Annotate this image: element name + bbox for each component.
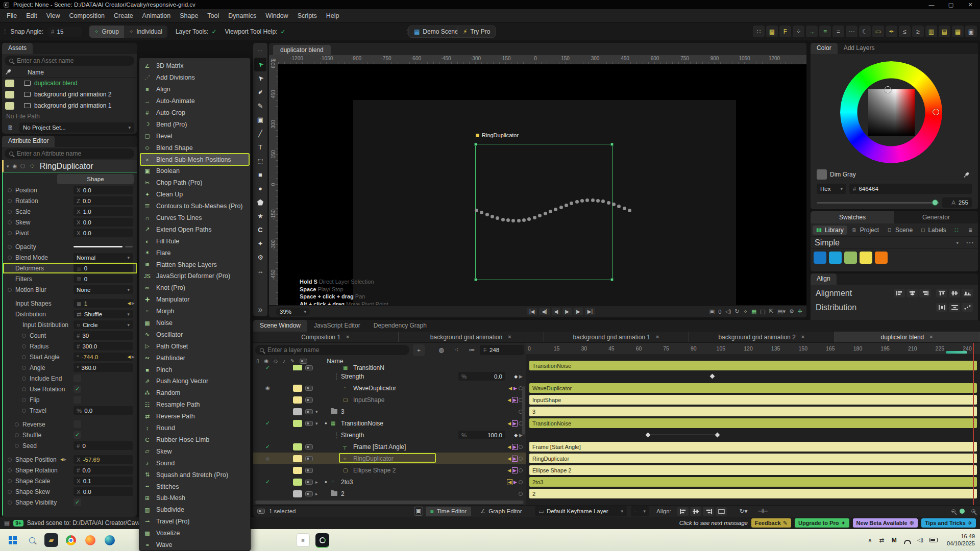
layer-tools-check-icon[interactable]: ✓ <box>211 28 216 35</box>
layer-row[interactable]: ▸ 2 <box>253 488 526 499</box>
render-cube-icon[interactable]: ◇ <box>274 358 278 364</box>
clip-icon[interactable] <box>305 397 313 403</box>
eye-icon[interactable]: ◉ <box>265 456 270 461</box>
keyframe-radio[interactable] <box>8 188 12 192</box>
asset-row[interactable]: duplicator blend <box>2 78 137 89</box>
trim-lines-icon[interactable]: ≡ <box>819 26 831 37</box>
edge-icon[interactable] <box>103 533 116 547</box>
rectangle-tool[interactable]: ■ <box>254 168 266 182</box>
next-keyframe-icon[interactable]: ▶ <box>512 444 517 449</box>
layer-row[interactable]: ✓ ▸● ⁘ 2to3 ◀ ▶ <box>253 476 526 488</box>
attribute-row-deformers[interactable]: Deformers≣0 <box>3 263 137 273</box>
shape-rotation-field[interactable]: #0.0 <box>74 466 133 474</box>
radius-field[interactable]: #300.0 <box>74 342 133 350</box>
prev-keyframe-icon[interactable]: ◀ <box>507 444 511 449</box>
skip-to-end-button[interactable]: ▶| <box>585 308 595 315</box>
deformer-menu-item[interactable]: ≈ Wave <box>139 539 250 551</box>
deformer-menu-item[interactable]: ◇ Blend Shape <box>139 142 250 154</box>
viewport-tool-help-check-icon[interactable]: ✓ <box>280 28 285 35</box>
keyframe-circle-icon[interactable] <box>519 468 523 472</box>
timeline-bar[interactable]: WaveDuplicator <box>529 383 977 393</box>
keyframe-radio[interactable] <box>8 500 12 505</box>
deformer-menu-item[interactable]: ▱ Skew <box>139 445 250 457</box>
chrome-icon[interactable] <box>64 533 78 547</box>
keyframe-nav-arrows[interactable]: ◀▶ <box>128 355 135 359</box>
close-tab-icon[interactable]: ✕ <box>507 334 511 340</box>
deformer-menu-item[interactable]: # Auto-Crop <box>139 107 250 119</box>
asset-color-swatch[interactable] <box>5 102 14 110</box>
attribute-search-input[interactable]: Enter an Attribute name <box>5 148 134 159</box>
eyedropper-button[interactable] <box>960 168 973 181</box>
fill-layer-icon[interactable]: ▩ <box>766 26 778 37</box>
layer-color-swatch[interactable] <box>293 365 302 370</box>
panel-tab-javascript-editor[interactable]: JavaScript Editor <box>307 320 367 332</box>
assets-tab[interactable]: Assets <box>2 43 33 54</box>
include-check-icon[interactable]: ✓ <box>265 365 270 370</box>
pen-pressure-icon[interactable]: ✒ <box>886 26 897 37</box>
handle-top-right[interactable] <box>610 143 614 146</box>
filters-field[interactable]: ≣0 <box>74 274 133 283</box>
keyframe-nav-arrows[interactable]: ◀▶ <box>128 301 135 306</box>
count-field[interactable]: #30 <box>74 331 133 340</box>
attribute-node-header[interactable]: ▾ ◉ ⁘ RingDuplicator <box>2 160 137 172</box>
renderer-icon[interactable]: ▦ <box>751 308 756 315</box>
deformer-menu-item[interactable]: ■ Pinch <box>139 364 250 375</box>
shape-scale-field[interactable]: X0.1 <box>74 477 133 485</box>
distribute-spacing-button[interactable] <box>962 303 973 312</box>
windows-start-button[interactable] <box>6 533 19 547</box>
attribute-row-count[interactable]: Count#30 <box>3 330 137 341</box>
parameter-row[interactable]: ┆ Strength %0.0 ◆▶ <box>253 370 526 382</box>
deformer-menu-item[interactable]: ∠ 3D Matrix <box>139 60 250 72</box>
attribute-row-motion-blur[interactable]: Motion BlurNone <box>3 284 137 295</box>
transform-box-tool[interactable]: ⬚ <box>254 154 266 168</box>
clip-icon[interactable] <box>305 409 313 414</box>
layer-search-input[interactable]: Enter a layer name <box>255 345 409 355</box>
menu-window[interactable]: Window <box>261 12 292 19</box>
include-end-checkbox[interactable] <box>74 374 81 382</box>
blend-mode-dropdown[interactable]: Normal <box>74 253 133 262</box>
composition-tab[interactable]: Composition 1✕ <box>253 332 399 342</box>
layer-row[interactable]: ▾ 3 <box>253 406 526 417</box>
timeline-bar[interactable]: TransitionNoise <box>529 418 977 428</box>
sparkle-tool[interactable]: ✦ <box>254 237 266 251</box>
keyframe-circle-icon[interactable] <box>519 480 523 484</box>
color-tab[interactable]: Color <box>811 43 838 54</box>
deformer-menu-item[interactable]: ▦ Noise <box>139 317 250 329</box>
align-top-button[interactable] <box>936 289 947 297</box>
deformer-menu-item[interactable]: ▩ Voxelize <box>139 528 250 539</box>
shuffle-checkbox[interactable]: ✓ <box>74 431 81 439</box>
clip-icon[interactable] <box>305 444 313 449</box>
attribute-row-include-end[interactable]: Include End <box>3 373 137 384</box>
keyframe-radio[interactable] <box>8 231 12 235</box>
deformer-menu-item[interactable]: ∾ Pathfinder <box>139 352 250 364</box>
deformer-menu-item[interactable]: ▣ Boolean <box>139 165 250 177</box>
seed-field[interactable]: #0 <box>74 441 133 450</box>
generator-tab[interactable]: Generator <box>894 211 978 223</box>
deformer-menu-item[interactable]: ◐ Fill Rule <box>139 235 250 247</box>
asset-row[interactable]: background grid animation 2 <box>2 89 137 100</box>
align-tab[interactable]: Align <box>811 273 837 285</box>
deformer-menu-item[interactable]: ✦ Clean Up <box>139 189 250 201</box>
viewport-gear-icon[interactable]: ✛ <box>798 308 802 315</box>
alpha-slider-knob[interactable] <box>932 199 938 206</box>
solo-view-button[interactable]: ▣ <box>414 507 423 516</box>
close-tab-icon[interactable]: ✕ <box>655 334 659 340</box>
more-tools-icon[interactable]: ⋯ <box>254 44 266 58</box>
layer-color-swatch[interactable] <box>293 479 302 486</box>
deformer-menu-item[interactable]: ⋰ Add Divisions <box>139 72 250 84</box>
timeline-bar[interactable]: Frame [Start Angle] <box>529 442 977 452</box>
pencil-tool[interactable]: ✎ <box>254 99 266 113</box>
eye-icon[interactable]: ◉ <box>264 358 269 364</box>
file-explorer-icon[interactable]: ▰ <box>44 533 58 547</box>
shape-skew-field[interactable]: X0.0 <box>74 487 133 496</box>
group-individual-toggle[interactable]: ⁘Group ⁘Individual <box>89 26 167 38</box>
deformer-menu-item[interactable]: × Blend Sub-Mesh Positions <box>140 154 249 165</box>
swatch-more-button[interactable]: ⋯ <box>966 238 974 247</box>
include-check-icon[interactable]: ✓ <box>265 420 270 427</box>
menu-dynamics[interactable]: Dynamics <box>224 12 261 19</box>
attribute-row-reverse[interactable]: Reverse <box>3 419 137 430</box>
deformer-menu-item[interactable]: ≡ Align <box>139 84 250 95</box>
keyframe-radio[interactable] <box>15 422 19 427</box>
asset-search-input[interactable]: Enter an Asset name <box>5 56 134 66</box>
keyframe-layer-dropdown[interactable]: ▭Default Keyframe Layer ▾ <box>535 506 627 516</box>
